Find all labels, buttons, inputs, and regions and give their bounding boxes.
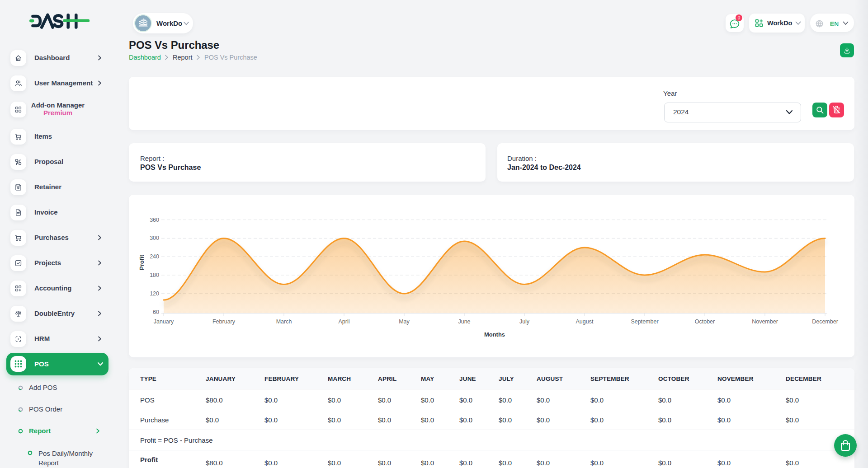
svg-text:240: 240 — [150, 253, 159, 260]
svg-text:April: April — [338, 318, 349, 325]
svg-text:October: October — [695, 318, 715, 325]
svg-text:February: February — [212, 318, 236, 325]
svg-text:June: June — [458, 318, 470, 325]
svg-text:May: May — [399, 318, 410, 325]
svg-text:July: July — [519, 318, 530, 325]
svg-text:September: September — [631, 318, 658, 325]
svg-text:Months: Months — [484, 331, 505, 338]
svg-text:120: 120 — [150, 290, 159, 297]
svg-text:August: August — [576, 318, 594, 325]
svg-text:Profit: Profit — [138, 254, 145, 270]
svg-text:March: March — [276, 318, 292, 325]
svg-text:December: December — [812, 318, 838, 325]
svg-text:300: 300 — [150, 235, 159, 241]
svg-text:180: 180 — [150, 272, 159, 278]
svg-text:360: 360 — [150, 217, 159, 223]
svg-text:January: January — [154, 318, 174, 325]
svg-text:60: 60 — [153, 309, 159, 315]
svg-text:November: November — [752, 318, 778, 325]
